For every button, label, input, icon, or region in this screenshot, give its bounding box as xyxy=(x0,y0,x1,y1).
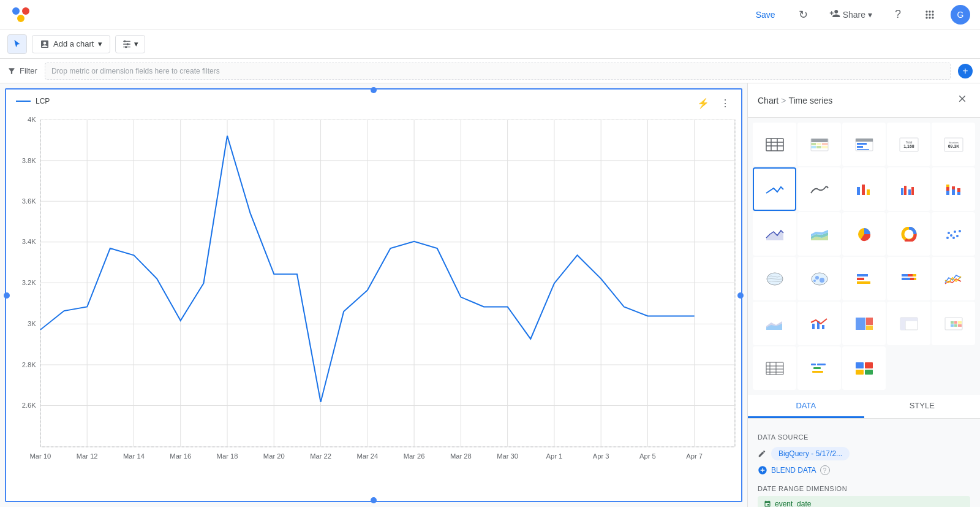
right-panel: Chart > Time series xyxy=(747,83,980,507)
svg-rect-147 xyxy=(812,371,823,373)
avatar[interactable]: G xyxy=(951,5,970,25)
chart-type-combo[interactable] xyxy=(797,302,841,345)
panel-close-button[interactable] xyxy=(954,91,970,110)
chart-type-table-bar[interactable] xyxy=(842,123,886,166)
svg-point-106 xyxy=(812,273,827,285)
svg-rect-116 xyxy=(902,278,910,280)
svg-text:Apr 3: Apr 3 xyxy=(593,452,609,459)
chart-type-treemap[interactable] xyxy=(842,302,886,345)
svg-rect-65 xyxy=(816,143,821,145)
add-chart-label: Add a chart xyxy=(53,39,94,48)
svg-rect-88 xyxy=(911,187,914,195)
apps-button[interactable] xyxy=(919,4,941,26)
chart-type-h-bar[interactable] xyxy=(842,257,886,300)
chart-more-button[interactable]: ⋮ xyxy=(717,94,734,112)
date-range-dimension-label: Date Range Dimension xyxy=(758,485,970,492)
svg-text:Mar 16: Mar 16 xyxy=(170,452,191,459)
svg-point-1 xyxy=(22,7,29,15)
chart-type-h-stacked-bar[interactable] xyxy=(887,257,930,300)
chart-type-scorecard-sessions[interactable]: Sessions 69.3K xyxy=(932,123,975,166)
svg-point-99 xyxy=(950,234,952,237)
svg-point-107 xyxy=(815,276,819,280)
chart-type-smooth-line[interactable] xyxy=(797,167,841,211)
svg-point-98 xyxy=(946,237,949,239)
chart-type-bar-chart[interactable] xyxy=(842,167,886,211)
chart-lightning-button[interactable]: ⚡ xyxy=(695,94,712,112)
chart-type-grouped-bar[interactable] xyxy=(887,167,930,211)
svg-rect-151 xyxy=(865,370,873,375)
refresh-button[interactable]: ↻ xyxy=(793,4,815,26)
chart-type-stacked-area[interactable] xyxy=(797,212,841,256)
svg-text:Apr 1: Apr 1 xyxy=(546,452,563,459)
chart-type-area[interactable] xyxy=(753,212,796,256)
svg-rect-67 xyxy=(811,146,816,148)
chart-type-area-multi[interactable] xyxy=(753,302,796,345)
save-button[interactable]: Save xyxy=(748,5,783,25)
svg-rect-132 xyxy=(951,321,954,324)
chart-type-scorecard-total[interactable]: Total 1,168 xyxy=(887,123,930,166)
chart-type-pie[interactable] xyxy=(842,212,886,256)
chart-type-pivot-table[interactable] xyxy=(887,302,930,345)
svg-text:69.3K: 69.3K xyxy=(948,144,959,148)
date-range-dimension-chip[interactable]: event_date xyxy=(758,496,970,507)
chart-type-time-series[interactable] xyxy=(753,167,796,211)
svg-rect-148 xyxy=(856,362,864,368)
svg-rect-91 xyxy=(946,185,949,187)
panel-header: Chart > Time series xyxy=(748,83,980,118)
add-chart-button[interactable]: Add a chart ▾ xyxy=(32,35,110,53)
svg-rect-87 xyxy=(908,189,911,195)
chart-type-title: Time series xyxy=(788,96,832,105)
svg-rect-69 xyxy=(822,146,828,148)
tab-style[interactable]: STYLE xyxy=(864,395,981,418)
chart-type-colored-blocks[interactable] xyxy=(842,346,886,390)
chart-type-table-plain-2[interactable] xyxy=(753,346,796,390)
svg-text:2.6K: 2.6K xyxy=(22,402,37,409)
share-button[interactable]: Share ▾ xyxy=(824,4,877,25)
chart-type-table-colored[interactable] xyxy=(797,123,841,166)
filter-add-button[interactable]: + xyxy=(958,64,973,78)
help-button[interactable]: ? xyxy=(887,4,909,26)
app-logo[interactable] xyxy=(10,4,32,26)
svg-rect-135 xyxy=(951,324,954,327)
svg-rect-119 xyxy=(812,324,815,329)
blend-data-button[interactable]: BLEND DATA ? xyxy=(758,463,970,478)
blend-data-help[interactable]: ? xyxy=(820,465,830,475)
svg-point-104 xyxy=(952,237,955,239)
legend-label: LCP xyxy=(36,97,50,105)
resize-handle-top[interactable] xyxy=(371,87,377,93)
svg-point-102 xyxy=(956,235,959,237)
svg-rect-130 xyxy=(905,318,918,321)
data-source-chip[interactable]: BigQuery - 5/17/2... xyxy=(771,447,850,460)
chart-type-multi-line[interactable] xyxy=(932,257,975,300)
svg-point-108 xyxy=(820,278,824,283)
cursor-tool-button[interactable] xyxy=(7,34,27,54)
svg-text:Mar 26: Mar 26 xyxy=(404,452,425,459)
svg-rect-90 xyxy=(946,187,949,191)
controls-button[interactable]: ▾ xyxy=(115,35,145,53)
svg-text:Mar 12: Mar 12 xyxy=(77,452,98,459)
chart-type-gantt[interactable] xyxy=(797,346,841,390)
chart-type-geo-map[interactable] xyxy=(753,257,796,300)
svg-point-103 xyxy=(959,230,961,232)
svg-rect-145 xyxy=(817,364,826,365)
chart-type-donut[interactable] xyxy=(887,212,930,256)
svg-rect-134 xyxy=(958,321,962,324)
tab-data[interactable]: DATA xyxy=(748,395,864,418)
chart-type-stacked-bar-v[interactable] xyxy=(932,167,975,211)
filter-drop-zone: Drop metric or dimension fields here to … xyxy=(45,63,951,80)
top-nav-right: Save ↻ Share ▾ ? G xyxy=(748,4,970,26)
chart-type-geo-bubble[interactable] xyxy=(797,257,841,300)
svg-text:Mar 14: Mar 14 xyxy=(123,452,145,459)
svg-rect-128 xyxy=(900,318,905,321)
svg-point-0 xyxy=(12,7,20,15)
chart-type-scatter[interactable] xyxy=(932,212,975,256)
svg-rect-86 xyxy=(904,186,907,195)
resize-handle-bottom[interactable] xyxy=(371,497,377,503)
svg-rect-150 xyxy=(856,370,864,375)
filter-bar: Filter Drop metric or dimension fields h… xyxy=(0,59,980,83)
chart-type-table-plain[interactable] xyxy=(753,123,796,166)
svg-text:Apr 7: Apr 7 xyxy=(686,452,703,459)
chart-type-pivot-heatmap[interactable] xyxy=(932,302,975,345)
svg-rect-117 xyxy=(910,278,914,280)
svg-rect-129 xyxy=(900,321,905,330)
